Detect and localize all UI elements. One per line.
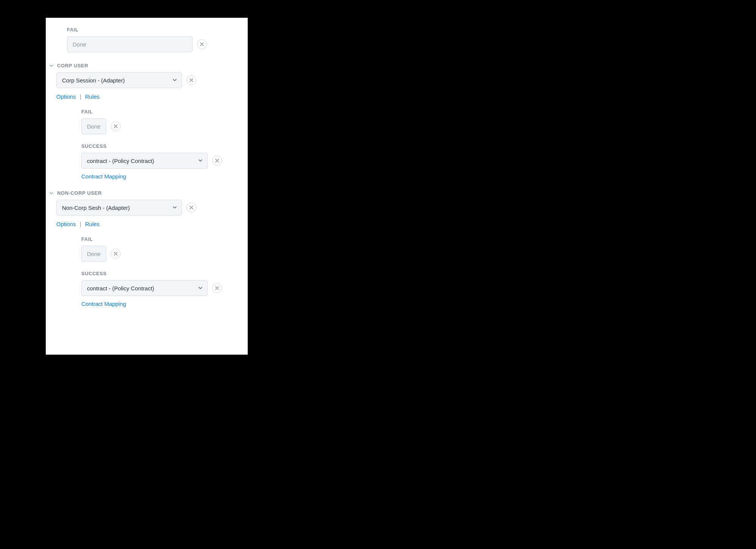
success-label: SUCCESS xyxy=(81,271,237,276)
adapter-select[interactable]: Corp Session - (Adapter) xyxy=(56,72,182,88)
success-value: contract - (Policy Contract) xyxy=(87,158,154,164)
fail-value-text: Done xyxy=(73,41,86,48)
contract-mapping-link[interactable]: Contract Mapping xyxy=(81,301,126,307)
adapter-value: Non-Corp Sesh - (Adapter) xyxy=(62,205,130,211)
adapter-links: Options | Rules xyxy=(56,221,237,227)
nested-success-block: SUCCESS contract - (Policy Contract) Con… xyxy=(81,143,237,180)
fail-label: FAIL xyxy=(81,109,237,115)
success-row: contract - (Policy Contract) xyxy=(81,280,237,296)
contract-mapping-link[interactable]: Contract Mapping xyxy=(81,173,126,180)
close-icon xyxy=(189,206,193,209)
remove-button[interactable] xyxy=(186,75,196,85)
success-label: SUCCESS xyxy=(81,143,237,149)
rules-link[interactable]: Rules xyxy=(85,221,99,227)
adapter-row: Non-Corp Sesh - (Adapter) xyxy=(56,200,237,216)
remove-button[interactable] xyxy=(111,249,121,259)
adapter-value: Corp Session - (Adapter) xyxy=(62,77,125,84)
close-icon xyxy=(215,159,219,163)
contract-mapping-row: Contract Mapping xyxy=(81,301,237,307)
nested-success-block: SUCCESS contract - (Policy Contract) Con… xyxy=(81,271,237,307)
close-icon xyxy=(215,286,219,290)
fail-row: Done xyxy=(67,36,237,52)
remove-button[interactable] xyxy=(186,203,196,212)
section-non-corp-user: NON-CORP USER Non-Corp Sesh - (Adapter) … xyxy=(56,190,237,307)
fail-block-top: FAIL Done xyxy=(67,27,237,52)
fail-value-text: Done xyxy=(87,123,101,130)
section-title: NON-CORP USER xyxy=(57,190,102,196)
remove-button[interactable] xyxy=(197,39,207,49)
close-icon xyxy=(114,252,118,256)
close-icon xyxy=(114,124,118,128)
close-icon xyxy=(189,78,193,82)
fail-value-field[interactable]: Done xyxy=(81,246,106,262)
fail-row: Done xyxy=(81,246,237,262)
options-link[interactable]: Options xyxy=(56,221,76,227)
options-link[interactable]: Options xyxy=(56,93,76,100)
success-value: contract - (Policy Contract) xyxy=(87,285,154,292)
section-title: CORP USER xyxy=(57,63,88,68)
fail-value-field[interactable]: Done xyxy=(81,118,106,134)
close-icon xyxy=(200,42,204,46)
section-corp-user: CORP USER Corp Session - (Adapter) Optio… xyxy=(56,63,237,180)
fail-value-text: Done xyxy=(87,251,101,257)
chevron-down-icon xyxy=(172,77,177,84)
link-separator: | xyxy=(78,221,84,227)
adapter-links: Options | Rules xyxy=(56,93,237,100)
success-select[interactable]: contract - (Policy Contract) xyxy=(81,280,208,296)
adapter-select[interactable]: Non-Corp Sesh - (Adapter) xyxy=(56,200,182,216)
rules-link[interactable]: Rules xyxy=(85,93,99,100)
policy-panel: FAIL Done CORP USER Corp Session - (Adap… xyxy=(46,18,248,355)
contract-mapping-row: Contract Mapping xyxy=(81,173,237,180)
fail-label: FAIL xyxy=(67,27,237,33)
remove-button[interactable] xyxy=(212,156,222,166)
remove-button[interactable] xyxy=(111,121,121,131)
chevron-down-icon xyxy=(198,158,203,164)
chevron-down-icon xyxy=(49,191,54,196)
fail-label: FAIL xyxy=(81,236,237,242)
nested-fail-block: FAIL Done xyxy=(81,109,237,134)
fail-value-field[interactable]: Done xyxy=(67,36,192,52)
chevron-down-icon xyxy=(49,63,54,68)
remove-button[interactable] xyxy=(212,283,222,293)
adapter-row: Corp Session - (Adapter) xyxy=(56,72,237,88)
section-header-corp[interactable]: CORP USER xyxy=(49,63,237,68)
link-separator: | xyxy=(78,93,84,100)
fail-row: Done xyxy=(81,118,237,134)
section-header-non-corp[interactable]: NON-CORP USER xyxy=(49,190,237,196)
chevron-down-icon xyxy=(172,205,177,211)
success-row: contract - (Policy Contract) xyxy=(81,153,237,169)
chevron-down-icon xyxy=(198,285,203,292)
success-select[interactable]: contract - (Policy Contract) xyxy=(81,153,208,169)
nested-fail-block: FAIL Done xyxy=(81,236,237,262)
